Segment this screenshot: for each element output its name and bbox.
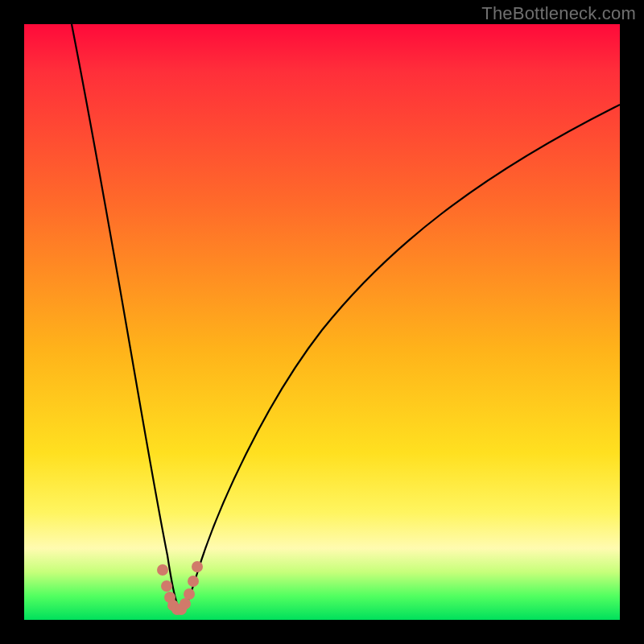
marker-dot bbox=[188, 576, 199, 587]
plot-svg bbox=[24, 24, 620, 620]
marker-group bbox=[157, 561, 203, 615]
bottleneck-curve bbox=[72, 24, 620, 612]
marker-dot bbox=[184, 588, 195, 600]
marker-dot bbox=[157, 564, 168, 576]
marker-dot bbox=[161, 580, 172, 592]
marker-dot bbox=[192, 561, 203, 572]
plot-frame bbox=[24, 24, 620, 620]
watermark-text: TheBottleneck.com bbox=[481, 3, 636, 24]
marker-dot bbox=[180, 598, 191, 609]
